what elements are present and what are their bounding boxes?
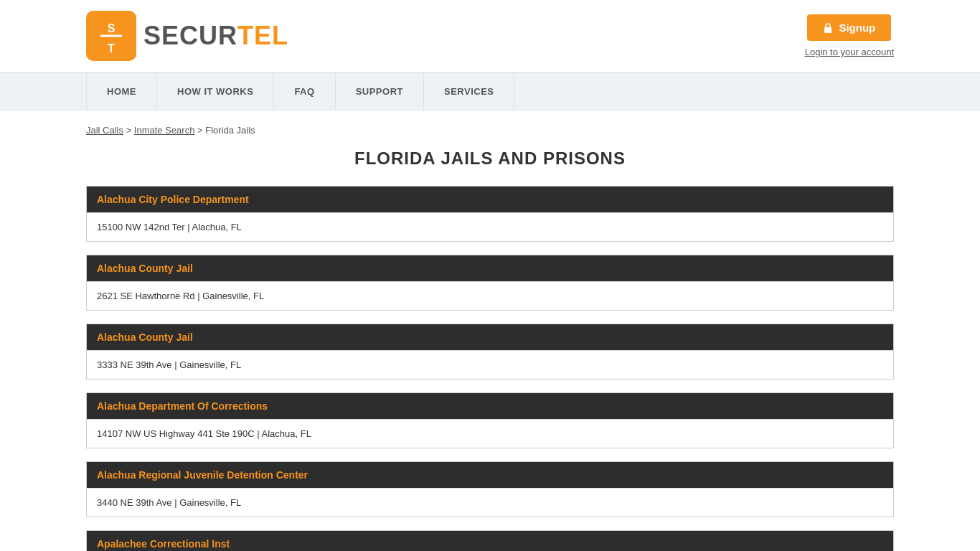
jail-name: Alachua County Jail <box>97 263 193 274</box>
jail-name: Alachua Regional Juvenile Detention Cent… <box>97 469 308 481</box>
nav: HOME HOW IT WORKS FAQ SUPPORT SERVICES <box>0 72 980 110</box>
jail-header[interactable]: Alachua County Jail <box>87 324 893 350</box>
svg-rect-4 <box>824 27 831 33</box>
lock-icon <box>823 22 833 34</box>
breadcrumb-sep-1: > <box>126 125 134 136</box>
jail-name: Alachua Department Of Corrections <box>97 400 268 412</box>
jail-address: 15100 NW 142nd Ter | Alachua, FL <box>87 212 893 241</box>
logo-sec: SECUR <box>143 21 237 50</box>
jail-address: 3440 NE 39th Ave | Gainesville, FL <box>87 488 893 517</box>
nav-item-faq[interactable]: FAQ <box>274 73 335 110</box>
page-title: FLORIDA JAILS AND PRISONS <box>86 149 894 169</box>
svg-text:S: S <box>108 22 116 34</box>
jail-entry[interactable]: Alachua County Jail2621 SE Hawthorne Rd … <box>86 255 894 311</box>
jail-entry[interactable]: Alachua Department Of Corrections14107 N… <box>86 392 894 448</box>
breadcrumb-sep-2: > <box>197 125 205 136</box>
header-actions: Signup Login to your account <box>805 14 894 57</box>
jail-entry[interactable]: Alachua Regional Juvenile Detention Cent… <box>86 461 894 517</box>
logo-tel: TEL <box>237 21 288 50</box>
jail-entry[interactable]: Apalachee Correctional Inst35 Apalachee … <box>86 530 894 551</box>
breadcrumb-jail-calls[interactable]: Jail Calls <box>86 125 123 136</box>
jail-header[interactable]: Apalachee Correctional Inst <box>87 531 893 551</box>
jail-name: Alachua County Jail <box>97 331 193 343</box>
jail-address: 3333 NE 39th Ave | Gainesville, FL <box>87 350 893 379</box>
main-content: Jail Calls > Inmate Search > Florida Jai… <box>0 110 980 551</box>
nav-item-support[interactable]: SUPPORT <box>336 73 424 110</box>
jail-entry[interactable]: Alachua County Jail3333 NE 39th Ave | Ga… <box>86 324 894 380</box>
logo-area: S T SECURTEL <box>86 11 288 61</box>
jail-list: Alachua City Police Department15100 NW 1… <box>86 186 894 551</box>
logo-icon: S T <box>86 11 136 61</box>
breadcrumb-current: Florida Jails <box>205 125 255 136</box>
header: S T SECURTEL Signup Login to your accoun… <box>0 0 980 72</box>
nav-item-how-it-works[interactable]: HOW IT WORKS <box>157 73 274 110</box>
breadcrumb-inmate-search[interactable]: Inmate Search <box>134 125 195 136</box>
login-link[interactable]: Login to your account <box>805 47 894 57</box>
svg-text:T: T <box>108 42 115 55</box>
jail-name: Apalachee Correctional Inst <box>97 538 230 550</box>
jail-address: 2621 SE Hawthorne Rd | Gainesville, FL <box>87 281 893 310</box>
breadcrumb: Jail Calls > Inmate Search > Florida Jai… <box>86 125 894 136</box>
jail-entry[interactable]: Alachua City Police Department15100 NW 1… <box>86 186 894 242</box>
jail-header[interactable]: Alachua Department Of Corrections <box>87 393 893 419</box>
jail-address: 14107 NW US Highway 441 Ste 190C | Alach… <box>87 419 893 448</box>
nav-item-home[interactable]: HOME <box>86 73 157 110</box>
jail-name: Alachua City Police Department <box>97 194 249 205</box>
jail-header[interactable]: Alachua City Police Department <box>87 187 893 212</box>
nav-item-services[interactable]: SERVICES <box>424 73 515 110</box>
jail-header[interactable]: Alachua County Jail <box>87 255 893 281</box>
logo-text: SECURTEL <box>143 21 288 51</box>
signup-label: Signup <box>839 22 875 34</box>
signup-button[interactable]: Signup <box>807 14 891 41</box>
jail-header[interactable]: Alachua Regional Juvenile Detention Cent… <box>87 462 893 488</box>
